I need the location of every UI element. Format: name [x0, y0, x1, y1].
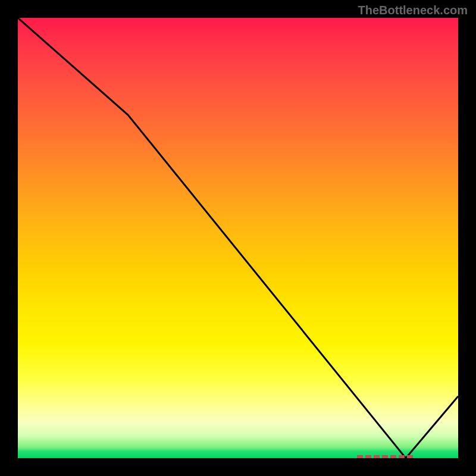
bottleneck-line: [18, 18, 458, 458]
plot-area: [18, 18, 458, 458]
optimal-marker: [357, 455, 413, 458]
svg-rect-3: [382, 455, 388, 458]
svg-rect-5: [399, 455, 405, 458]
svg-rect-6: [407, 455, 413, 458]
svg-rect-4: [390, 455, 396, 458]
attribution-text: TheBottleneck.com: [358, 4, 468, 17]
svg-rect-0: [357, 455, 363, 458]
svg-rect-2: [374, 455, 380, 458]
chart-svg: [18, 18, 458, 458]
chart-container: TheBottleneck.com: [0, 0, 476, 476]
svg-rect-1: [365, 455, 371, 458]
